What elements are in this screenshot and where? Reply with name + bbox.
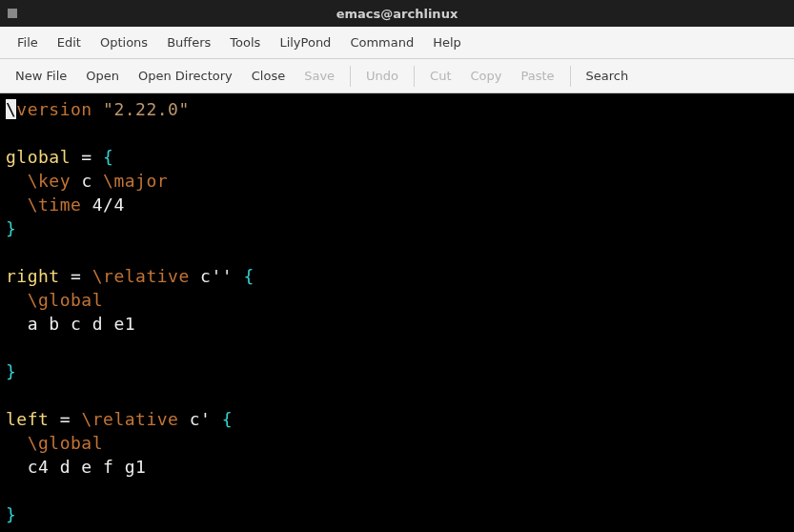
- code-token: [92, 99, 103, 119]
- tool-save[interactable]: Save: [295, 63, 344, 89]
- code-token: }: [6, 218, 16, 238]
- code-token: [6, 290, 28, 310]
- tool-paste[interactable]: Paste: [511, 63, 563, 89]
- tool-copy[interactable]: Copy: [461, 63, 512, 89]
- toolbar-separator: [414, 66, 415, 87]
- code-token: \relative: [92, 266, 190, 286]
- code-token: a b c d e1: [28, 314, 135, 334]
- code-token: left: [6, 409, 49, 429]
- code-token: version: [16, 99, 92, 119]
- menu-lilypond[interactable]: LilyPond: [270, 30, 340, 55]
- tool-open[interactable]: Open: [76, 63, 129, 89]
- code-token: c: [71, 171, 103, 191]
- code-token: {: [103, 147, 113, 167]
- tool-cut[interactable]: Cut: [420, 63, 460, 89]
- editor-buffer[interactable]: \version "2.22.0" global = { \key c \maj…: [0, 93, 794, 532]
- window-title: emacs@archlinux: [336, 7, 458, 21]
- code-token: =: [71, 147, 103, 167]
- tool-new-file[interactable]: New File: [6, 63, 76, 89]
- code-token: [6, 433, 28, 453]
- menu-tools[interactable]: Tools: [220, 30, 270, 55]
- menu-buffers[interactable]: Buffers: [157, 30, 220, 55]
- menu-edit[interactable]: Edit: [48, 30, 91, 55]
- tool-close[interactable]: Close: [242, 63, 295, 89]
- toolbar-separator: [350, 66, 351, 87]
- code-token: {: [243, 266, 254, 286]
- code-token: \key: [28, 171, 71, 191]
- code-token: \global: [28, 290, 103, 310]
- toolbar-separator: [570, 66, 571, 87]
- menu-file[interactable]: File: [8, 30, 48, 55]
- code-token: [6, 457, 28, 477]
- code-token: }: [6, 504, 16, 524]
- menu-help[interactable]: Help: [423, 30, 471, 55]
- code-token: [6, 171, 28, 191]
- code-token: [6, 194, 28, 215]
- app-icon: [8, 9, 17, 18]
- code-token: 4/4: [81, 194, 124, 215]
- code-token: c': [178, 409, 221, 429]
- code-token: "2.22.0": [103, 99, 190, 119]
- tool-undo[interactable]: Undo: [356, 63, 408, 89]
- tool-bar: New File Open Open Directory Close Save …: [0, 59, 794, 93]
- code-token: c'': [190, 266, 244, 286]
- code-token: {: [222, 409, 233, 429]
- code-token: =: [49, 409, 81, 429]
- text-cursor: \: [6, 99, 16, 119]
- code-token: global: [6, 147, 71, 167]
- menu-command[interactable]: Command: [340, 30, 423, 55]
- code-token: \time: [28, 194, 82, 215]
- code-token: [6, 314, 28, 334]
- code-token: right: [6, 266, 60, 286]
- tool-search[interactable]: Search: [577, 63, 639, 89]
- tool-open-directory[interactable]: Open Directory: [129, 63, 242, 89]
- code-token: }: [6, 361, 16, 381]
- menu-options[interactable]: Options: [91, 30, 157, 55]
- code-token: =: [60, 266, 92, 286]
- svg-rect-0: [8, 9, 17, 18]
- code-token: c4 d e f g1: [28, 457, 147, 477]
- code-token: \relative: [81, 409, 178, 429]
- code-token: \major: [103, 171, 168, 191]
- menu-bar: File Edit Options Buffers Tools LilyPond…: [0, 27, 794, 59]
- code-token: \global: [28, 433, 103, 453]
- title-bar: emacs@archlinux: [0, 0, 794, 27]
